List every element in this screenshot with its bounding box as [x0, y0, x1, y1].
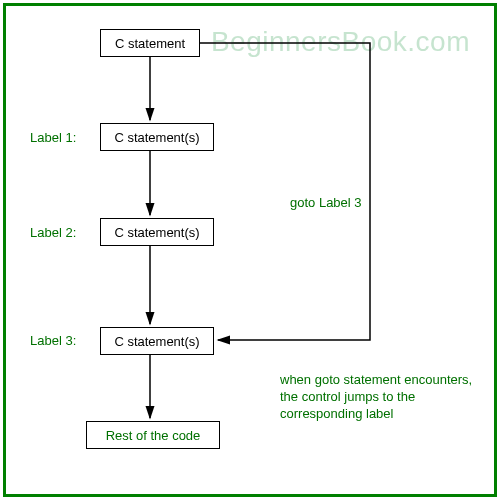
node-statement-4: C statement(s) — [100, 327, 214, 355]
label-3: Label 3: — [30, 333, 76, 348]
node-statement-2: C statement(s) — [100, 123, 214, 151]
diagram-frame — [3, 3, 497, 497]
goto-annotation: goto Label 3 — [290, 195, 420, 212]
node-rest: Rest of the code — [86, 421, 220, 449]
rest-text: Rest of the code — [106, 428, 201, 443]
label-1: Label 1: — [30, 130, 76, 145]
node-statement-3: C statement(s) — [100, 218, 214, 246]
goto-explanation: when goto statement encounters, the cont… — [280, 372, 480, 423]
node-statement-1: C statement — [100, 29, 200, 57]
label-2: Label 2: — [30, 225, 76, 240]
